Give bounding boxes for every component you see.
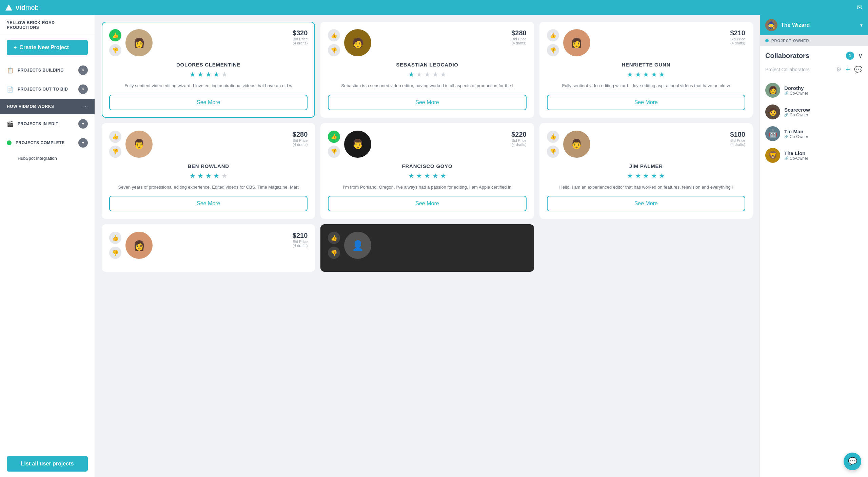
- see-more-button-henriette[interactable]: See More: [547, 95, 745, 110]
- star1: ★: [408, 71, 414, 78]
- see-more-button-jim[interactable]: See More: [547, 196, 745, 211]
- star2: ★: [416, 172, 422, 179]
- stars-ben: ★ ★ ★ ★ ★: [109, 172, 308, 180]
- header-right: ✉: [857, 3, 863, 12]
- collab-name-scarecrow: Scarecrow: [784, 107, 810, 113]
- upvote-button-ben[interactable]: 👍: [109, 131, 121, 143]
- card-top-francisco: 👍 👎 👨 $220 Bid Price(4 drafts): [328, 131, 526, 158]
- upvote-button-sebastian[interactable]: 👍: [328, 29, 340, 41]
- settings-gear-icon[interactable]: ⚙: [836, 66, 842, 73]
- upvote-button-dolores[interactable]: 👍: [109, 29, 121, 41]
- see-more-button-ben[interactable]: See More: [109, 196, 308, 211]
- avatar-face-ben: 👨: [125, 131, 153, 158]
- upvote-button-jim[interactable]: 👍: [547, 131, 559, 143]
- price-info-dolores: $320 Bid Price(4 drafts): [293, 29, 308, 45]
- card-top-henriette: 👍 👎 👩 $210 Bid Price(4 drafts): [547, 29, 745, 56]
- sidebar-item-how-vidmob[interactable]: How VidMob Works ···: [0, 99, 95, 114]
- chat-fab-button[interactable]: 💬: [844, 453, 861, 470]
- downvote-button-francisco[interactable]: 👎: [328, 146, 340, 158]
- sidebar: Yellow Brick Road Productions + Create N…: [0, 15, 95, 477]
- card-top-ben: 👍 👎 👨 $280 Bid Price(4 drafts): [109, 131, 308, 158]
- sidebar-item-out-to-bid[interactable]: 📄 PROJECTS OUT TO BID ▾: [0, 80, 95, 99]
- price-info-francisco: $220 Bid Price(4 drafts): [511, 131, 527, 147]
- project-owner-label: Project Owner: [771, 39, 809, 43]
- in-edit-chevron-icon: ▾: [78, 119, 88, 129]
- project-collaborators-row: Project Collaborators ⚙ + 💬: [765, 65, 863, 74]
- star5: ★: [659, 172, 665, 179]
- star5: ★: [659, 71, 665, 78]
- list-projects-button[interactable]: List all user projects: [7, 456, 88, 472]
- avatar-face-lion: 🦁: [768, 151, 777, 160]
- bid-label-jim: Bid Price(4 drafts): [730, 138, 745, 147]
- avatar-face-partial-b: 👤: [344, 232, 371, 259]
- user-dropdown-chevron-icon[interactable]: ▾: [860, 22, 863, 28]
- logo-triangle-icon: [5, 4, 12, 11]
- see-more-button-dolores[interactable]: See More: [109, 95, 308, 110]
- upvote-button-henriette[interactable]: 👍: [547, 29, 559, 41]
- bid-label-dolores: Bid Price(4 drafts): [293, 37, 308, 45]
- upvote-button-francisco[interactable]: 👍: [328, 131, 340, 143]
- downvote-button-dolores[interactable]: 👎: [109, 44, 121, 56]
- name-dolores: DOLORES CLEMENTINE: [109, 62, 308, 68]
- price-jim: $180: [730, 131, 745, 138]
- see-more-button-francisco[interactable]: See More: [328, 196, 526, 211]
- main-layout: Yellow Brick Road Productions + Create N…: [0, 15, 868, 477]
- role-icon-dorothy: 🔗: [784, 91, 788, 95]
- editor-card-jim: 👍 👎 👨 $180 Bid Price(4 drafts) JIM PALME…: [539, 123, 753, 219]
- sidebar-item-complete[interactable]: PROJECTS COMPLETE ▾: [0, 133, 95, 152]
- description-jim: Hello. I am an experienced editor that h…: [547, 184, 745, 191]
- downvote-button-sebastian[interactable]: 👎: [328, 44, 340, 56]
- bid-label-ben: Bid Price(4 drafts): [293, 138, 308, 147]
- project-collaborators-controls: ⚙ + 💬: [836, 65, 863, 74]
- see-more-button-sebastian[interactable]: See More: [328, 95, 526, 110]
- avatar-henriette: 👩: [563, 29, 590, 56]
- description-francisco: I'm from Portland, Oregon. I've always h…: [328, 184, 526, 191]
- star4: ★: [213, 172, 219, 179]
- upvote-button-partial-b[interactable]: 👍: [328, 232, 340, 244]
- mail-icon[interactable]: ✉: [857, 3, 863, 12]
- downvote-button-jim[interactable]: 👎: [547, 146, 559, 158]
- sidebar-sub-hubspot[interactable]: HubSpot Integration: [0, 152, 95, 164]
- right-panel-user: 🧙 The Wizard: [765, 19, 810, 31]
- project-owner-bar: Project Owner: [760, 35, 868, 46]
- star4: ★: [432, 71, 438, 78]
- upvote-button-partial-a[interactable]: 👍: [109, 232, 121, 244]
- complete-chevron-icon: ▾: [78, 138, 88, 148]
- downvote-button-henriette[interactable]: 👎: [547, 44, 559, 56]
- collaborators-controls: 1 ∨: [846, 52, 863, 60]
- price-ben: $280: [293, 131, 308, 138]
- role-icon-tinman: 🔗: [784, 135, 788, 138]
- name-francisco: FRANCISCO GOYO: [328, 163, 526, 169]
- price-sebastian: $280: [511, 29, 527, 37]
- role-icon-scarecrow: 🔗: [784, 113, 788, 117]
- how-vidmob-dots: ···: [83, 103, 88, 110]
- sidebar-item-in-edit-label: PROJECTS IN EDIT: [18, 121, 74, 126]
- star5: ★: [221, 172, 228, 179]
- downvote-button-partial-a[interactable]: 👎: [109, 247, 121, 259]
- create-project-button[interactable]: + Create New Project: [7, 40, 88, 55]
- downvote-button-ben[interactable]: 👎: [109, 146, 121, 158]
- sidebar-item-building[interactable]: 📋 PROJECTS BUILDING ▾: [0, 61, 95, 80]
- card-top-dolores: 👍 👎 👩 $320 Bid Price(4 drafts): [109, 29, 308, 56]
- vote-buttons-sebastian: 👍 👎: [328, 29, 340, 56]
- sidebar-item-how-vidmob-label: How VidMob Works: [7, 104, 79, 109]
- app-header: vidmob ✉: [0, 0, 868, 15]
- star2: ★: [197, 71, 203, 78]
- avatar-face-jim: 👨: [563, 131, 590, 158]
- name-jim: JIM PALMER: [547, 163, 745, 169]
- chat-collaborators-icon[interactable]: 💬: [854, 65, 863, 74]
- sidebar-item-in-edit[interactable]: 🎬 PROJECTS IN EDIT ▾: [0, 114, 95, 133]
- collaborators-collapse-chevron-icon[interactable]: ∨: [858, 52, 863, 59]
- sidebar-item-building-label: PROJECTS BUILDING: [18, 68, 74, 73]
- collaborator-item-tinman: 🤖 Tin Man 🔗 Co-Owner: [765, 123, 863, 145]
- add-collaborator-icon[interactable]: +: [846, 65, 850, 74]
- vote-buttons-ben: 👍 👎: [109, 131, 121, 158]
- star4: ★: [213, 71, 219, 78]
- downvote-button-partial-b[interactable]: 👎: [328, 247, 340, 259]
- collab-role-tinman: 🔗 Co-Owner: [784, 134, 808, 139]
- role-text-tinman: Co-Owner: [790, 134, 808, 139]
- stars-dolores: ★ ★ ★ ★ ★: [109, 70, 308, 78]
- star2: ★: [416, 71, 422, 78]
- star3: ★: [205, 71, 212, 78]
- avatar-jim: 👨: [563, 131, 590, 158]
